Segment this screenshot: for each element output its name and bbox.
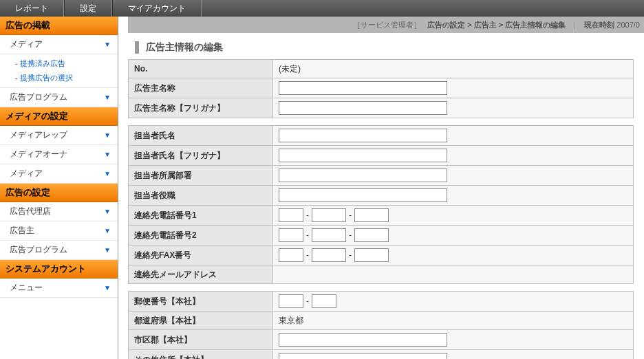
crumb-sep: > [499, 21, 505, 29]
crumb-advertiser[interactable]: 広告主 [474, 21, 497, 29]
time-label: 現在時刻 [584, 21, 614, 29]
form-area: No. (未定) 広告主名称 広告主名称【フリガナ】 担当者氏名 [128, 59, 644, 359]
topnav-settings[interactable]: 設定 [64, 0, 112, 17]
input-phone2-c[interactable] [354, 228, 389, 242]
postal-sep: - [306, 296, 309, 306]
phone-sep: - [306, 250, 309, 260]
input-postal-a[interactable] [279, 294, 303, 308]
chevron-down-icon: ▼ [104, 94, 111, 101]
input-phone2-a[interactable] [279, 228, 303, 242]
label-city: 市区郡【本社】 [129, 330, 273, 350]
topnav-report[interactable]: レポート [0, 0, 64, 17]
label-position: 担当者役職 [129, 186, 273, 206]
input-person-name-kana[interactable] [279, 149, 447, 162]
label-no: No. [129, 60, 273, 78]
input-postal-b[interactable] [312, 294, 336, 308]
input-advertiser-name[interactable] [279, 81, 447, 95]
sidebar-item-label: メディア [10, 168, 43, 180]
breadcrumb: ［サービス管理者］ 広告の設定 > 広告主 > 広告主情報の編集 ｜ 現在時刻 … [128, 17, 644, 33]
input-position[interactable] [279, 188, 447, 202]
sidebar-sub-wrap: - 提携済み広告 - 提携広告の選択 [0, 54, 118, 88]
label-person-name-kana: 担当者氏名【フリガナ】 [129, 146, 273, 166]
input-fax-a[interactable] [279, 248, 303, 262]
sidebar-item-media[interactable]: メディア ▼ [0, 35, 118, 54]
label-email: 連絡先メールアドレス [129, 265, 273, 284]
time-value: 2007/0 [616, 21, 640, 29]
input-phone1-a[interactable] [279, 208, 303, 222]
input-fax-b[interactable] [312, 248, 346, 262]
input-phone1-c[interactable] [354, 208, 389, 222]
label-postal: 郵便番号【本社】 [129, 292, 273, 312]
crumb-edit: 広告主情報の編集 [505, 21, 566, 29]
chevron-down-icon: ▼ [104, 41, 111, 48]
main: ［サービス管理者］ 広告の設定 > 広告主 > 広告主情報の編集 ｜ 現在時刻 … [118, 17, 644, 359]
phone-sep: - [349, 230, 352, 240]
value-prefecture: 東京都 [273, 312, 634, 330]
sidebar-item-media2[interactable]: メディア ▼ [0, 164, 118, 184]
sidebar-item-media-owner[interactable]: メディアオーナ ▼ [0, 145, 118, 164]
sidebar-item-advertiser[interactable]: 広告主 ▼ [0, 221, 118, 241]
input-city[interactable] [279, 333, 447, 347]
chevron-down-icon: ▼ [104, 246, 111, 254]
sidebar-item-label: 広告主 [10, 225, 34, 237]
sidebar-item-ad-program[interactable]: 広告プログラム ▼ [0, 88, 118, 107]
label-fax: 連絡先FAX番号 [129, 246, 273, 265]
sidebar-item-label: メディア [10, 39, 43, 50]
label-person-name: 担当者氏名 [129, 126, 273, 146]
sidebar-item-label: 広告プログラム [10, 91, 67, 103]
sidebar-header-media-settings: メディアの設定 [0, 107, 118, 126]
crumb-ad-settings[interactable]: 広告の設定 [427, 21, 465, 29]
input-other-addr[interactable] [279, 353, 447, 359]
chevron-down-icon: ▼ [104, 170, 111, 177]
sidebar-item-label: 広告代理店 [10, 206, 51, 217]
input-person-name[interactable] [279, 129, 447, 142]
sidebar-item-ad-agency[interactable]: 広告代理店 ▼ [0, 202, 118, 221]
page-title: 広告主情報の編集 [135, 41, 644, 54]
label-advertiser-name-kana: 広告主名称【フリガナ】 [129, 98, 273, 118]
chevron-down-icon: ▼ [104, 131, 111, 139]
crumb-divider: ｜ [571, 21, 579, 29]
form-table-address: 郵便番号【本社】 - 都道府県【本社】 東京都 市区郡【本社】 その他住所【本社… [128, 291, 634, 359]
label-phone2: 連絡先電話番号2 [129, 226, 273, 246]
sidebar: 広告の掲載 メディア ▼ - 提携済み広告 - 提携広告の選択 広告プログラム … [0, 17, 118, 359]
label-other-addr: その他住所【本社】 [129, 350, 273, 360]
sidebar-sub-partnered-ads[interactable]: - 提携済み広告 [0, 56, 118, 71]
sidebar-item-label: 広告プログラム [10, 244, 67, 256]
sidebar-item-label: メディアオーナ [10, 149, 67, 160]
sidebar-header-ad-settings: 広告の設定 [0, 184, 118, 202]
input-fax-c[interactable] [354, 248, 389, 262]
form-table-contact: 担当者氏名 担当者氏名【フリガナ】 担当者所属部署 担当者役職 連絡先電話番号1 [128, 125, 634, 284]
chevron-down-icon: ▼ [104, 151, 111, 158]
sidebar-item-media-rep[interactable]: メディアレップ ▼ [0, 126, 118, 145]
crumb-sep: > [467, 21, 473, 29]
sidebar-sub-select-partner-ads[interactable]: - 提携広告の選択 [0, 71, 118, 85]
sidebar-item-label: メディアレップ [10, 129, 67, 141]
input-department[interactable] [279, 168, 447, 182]
chevron-down-icon: ▼ [104, 284, 111, 292]
phone-sep: - [306, 230, 309, 240]
sidebar-header-system-account: システムアカウント [0, 260, 118, 279]
topnav-myaccount[interactable]: マイアカウント [112, 0, 202, 17]
sidebar-header-ad-posting: 広告の掲載 [0, 17, 118, 35]
sidebar-item-ad-program2[interactable]: 広告プログラム ▼ [0, 241, 118, 260]
phone-sep: - [349, 250, 352, 260]
value-no: (未定) [273, 60, 634, 78]
phone-sep: - [306, 210, 309, 220]
label-prefecture: 都道府県【本社】 [129, 312, 273, 330]
label-phone1: 連絡先電話番号1 [129, 206, 273, 226]
top-nav: レポート 設定 マイアカウント [0, 0, 644, 17]
form-table-basic: No. (未定) 広告主名称 広告主名称【フリガナ】 [128, 59, 634, 118]
phone-sep: - [349, 210, 352, 220]
label-department: 担当者所属部署 [129, 166, 273, 186]
sidebar-item-label: メニュー [10, 282, 43, 294]
label-advertiser-name: 広告主名称 [129, 78, 273, 98]
input-advertiser-name-kana[interactable] [279, 101, 447, 115]
input-phone2-b[interactable] [312, 228, 346, 242]
sidebar-item-menu[interactable]: メニュー ▼ [0, 279, 118, 298]
input-phone1-b[interactable] [312, 208, 346, 222]
chevron-down-icon: ▼ [104, 227, 111, 235]
service-label: ［サービス管理者］ [353, 21, 421, 29]
chevron-down-icon: ▼ [104, 208, 111, 215]
